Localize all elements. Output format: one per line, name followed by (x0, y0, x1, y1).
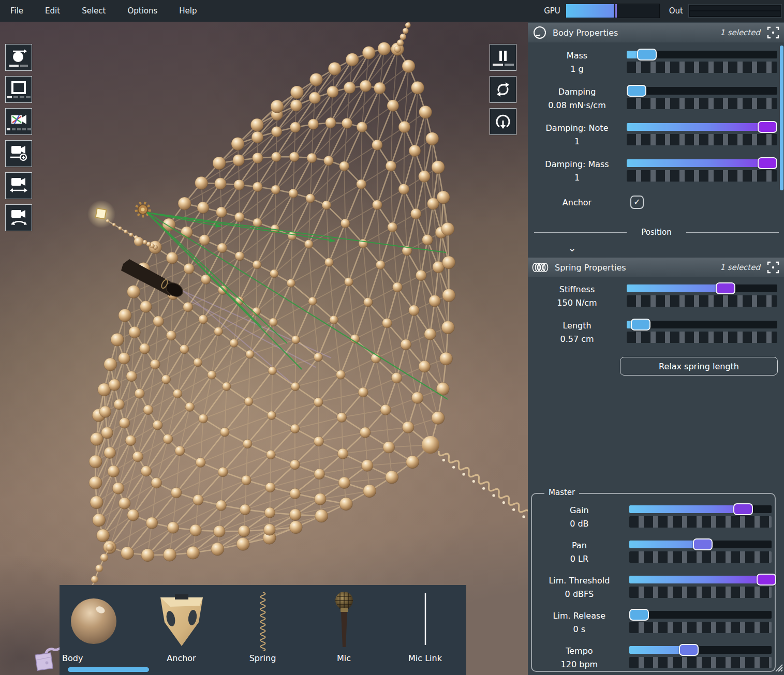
pan-slider[interactable] (629, 541, 772, 564)
camera-toolbar (5, 44, 32, 236)
damping-mass-slider[interactable] (627, 159, 777, 183)
damping-note-mod-strip[interactable] (627, 134, 777, 145)
damping-mass-slider-track[interactable] (627, 159, 777, 167)
selection-count: 1 selected (720, 28, 760, 37)
mass-mod-strip[interactable] (627, 62, 777, 73)
camera-reset-tool-button[interactable] (5, 108, 32, 135)
lim-threshold-slider[interactable] (629, 576, 772, 599)
pause-button[interactable] (490, 44, 516, 71)
pan-slider-handle[interactable] (693, 538, 713, 550)
focus-selection-icon[interactable] (766, 261, 780, 274)
damping-note-slider-track[interactable] (627, 123, 777, 131)
lim-release-slider-track[interactable] (629, 611, 772, 619)
spring-properties-content: Stiffness150 N/cmLength0.57 cm Relax spr… (534, 284, 779, 376)
mass-labels: Mass1 g (534, 51, 620, 74)
menu-item-options[interactable]: Options (123, 6, 161, 16)
menu-item-select[interactable]: Select (78, 6, 110, 16)
damping-mod-strip[interactable] (627, 98, 777, 109)
tempo-mod-strip[interactable] (629, 657, 772, 668)
menu-item-edit[interactable]: Edit (41, 6, 64, 16)
stiffness-slider-handle[interactable] (716, 282, 735, 294)
gain-label: Gain (536, 505, 623, 515)
mic-thumbnail (331, 585, 357, 651)
mass-slider-track[interactable] (627, 51, 777, 58)
body-properties-header: Body Properties 1 selected (528, 23, 784, 42)
lim-threshold-value: 0 dBFS (536, 589, 623, 599)
scroll-down-chevron[interactable]: ⌄ (568, 243, 576, 253)
damping-mass-mod-strip[interactable] (627, 170, 777, 182)
pan-mod-strip[interactable] (629, 551, 772, 563)
palette-item-spring[interactable]: Spring (222, 585, 303, 675)
mass-slider-handle[interactable] (637, 49, 657, 61)
param-row-damping: Damping0.08 mN·s/cm (534, 87, 779, 110)
body-properties-content: Mass1 gDamping0.08 mN·s/cmDamping: Note1… (534, 51, 779, 237)
damping-slider[interactable] (627, 87, 777, 110)
damping-slider-track[interactable] (627, 87, 777, 95)
select-body-icon (10, 48, 27, 64)
palette-item-mic[interactable]: Mic (303, 585, 384, 675)
length-mod-strip[interactable] (627, 332, 777, 343)
lim-threshold-labels: Lim. Threshold0 dBFS (536, 576, 623, 599)
relax-spring-length-button[interactable]: Relax spring length (620, 357, 778, 376)
stiffness-slider[interactable] (627, 284, 777, 308)
damping-note-slider[interactable] (627, 123, 777, 146)
damping-slider-handle[interactable] (627, 85, 646, 97)
stiffness-slider-track[interactable] (627, 284, 777, 292)
stiffness-mod-strip[interactable] (627, 295, 777, 307)
camera-pan-tool-button[interactable] (5, 172, 32, 199)
mass-slider[interactable] (627, 51, 777, 74)
length-slider-handle[interactable] (631, 319, 650, 331)
focus-selection-icon[interactable] (766, 26, 780, 39)
damping-mass-slider-handle[interactable] (758, 157, 777, 169)
anchor-checkbox[interactable]: ✓ (630, 196, 644, 209)
box-select-icon (10, 81, 27, 95)
damping-note-slider-handle[interactable] (758, 121, 777, 133)
lim-release-slider-handle[interactable] (629, 609, 649, 621)
gain-slider-handle[interactable] (733, 503, 753, 515)
camera-zoom-tool-button[interactable] (5, 140, 32, 167)
camera-axes-icon (10, 113, 27, 127)
box-select-tool-button[interactable] (5, 76, 32, 103)
pan-slider-track[interactable] (629, 541, 772, 548)
tempo-slider-handle[interactable] (679, 644, 699, 656)
param-row-stiffness: Stiffness150 N/cm (534, 284, 779, 308)
param-row-damping-note: Damping: Note1 (534, 123, 779, 146)
reset-orientation-button[interactable] (490, 108, 516, 135)
panel-scrollbar-thumb[interactable] (780, 46, 783, 190)
length-slider[interactable] (627, 321, 777, 344)
select-body-tool-button[interactable] (5, 44, 32, 71)
param-row-gain: Gain0 dB (536, 505, 772, 529)
gain-mod-strip[interactable] (629, 516, 772, 528)
menu-item-help[interactable]: Help (175, 6, 201, 16)
simulation-scene[interactable] (0, 22, 528, 675)
resize-grip[interactable] (772, 661, 783, 674)
lim-release-mod-strip[interactable] (629, 622, 772, 633)
lim-threshold-slider-handle[interactable] (757, 574, 776, 586)
tempo-slider[interactable] (629, 646, 772, 669)
length-slider-track[interactable] (627, 321, 777, 328)
lim-threshold-mod-strip[interactable] (629, 587, 772, 598)
gain-value: 0 dB (536, 519, 623, 529)
param-row-lim-threshold: Lim. Threshold0 dBFS (536, 576, 772, 599)
menu-item-file[interactable]: File (6, 6, 27, 16)
tempo-slider-track[interactable] (629, 646, 772, 654)
palette-scrollbar[interactable] (68, 667, 149, 672)
anchor-row: Anchor ✓ (534, 196, 779, 209)
viewport-3d[interactable]: Body (0, 22, 528, 675)
length-value: 0.57 cm (534, 334, 620, 344)
gain-slider-track[interactable] (629, 505, 772, 513)
tempo-labels: Tempo120 bpm (536, 646, 623, 669)
sync-button[interactable] (490, 76, 516, 103)
lim-threshold-slider-track[interactable] (629, 576, 772, 583)
out-meter-left (690, 6, 780, 10)
lim-release-slider[interactable] (629, 611, 772, 634)
camera-orbit-tool-button[interactable] (5, 204, 32, 231)
palette-item-mic-link[interactable]: Mic Link (384, 585, 466, 675)
palette-item-anchor[interactable]: Anchor (141, 585, 222, 675)
palette-label: Spring (249, 653, 276, 663)
gain-slider[interactable] (629, 505, 772, 529)
pause-icon (496, 49, 510, 63)
palette-item-body[interactable]: Body (60, 585, 141, 675)
lim-release-label: Lim. Release (536, 611, 623, 621)
tempo-label: Tempo (536, 646, 623, 656)
